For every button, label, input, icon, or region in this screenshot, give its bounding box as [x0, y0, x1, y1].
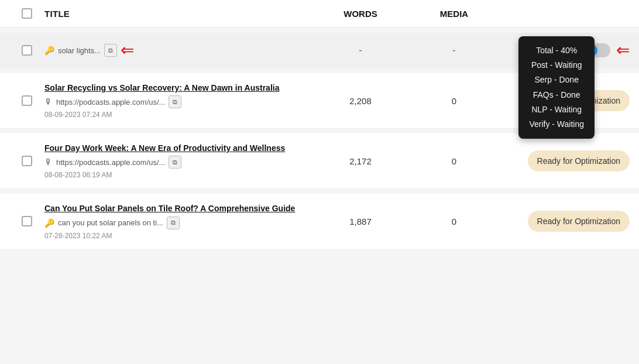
row1-slug: solar lights...	[58, 46, 101, 55]
row4-date: 07-28-2023 10:22 AM	[44, 232, 314, 240]
row3-meta: 🎙 https://podcasts.apple.com/us/... ⧉	[44, 156, 314, 169]
tooltip-line-4: NLP - Waiting	[529, 102, 584, 117]
row3-words: 2,172	[314, 156, 407, 166]
row4-ready-button[interactable]: Ready for Optimization	[528, 211, 630, 232]
row1-words: -	[314, 45, 407, 56]
tooltip-line-3: FAQs - Done	[529, 88, 584, 102]
select-all-checkbox[interactable]	[22, 8, 32, 19]
row4-slug: can you put solar panels on ti...	[58, 218, 163, 227]
row4-words: 1,887	[314, 217, 407, 226]
row2-date: 08-09-2023 07:24 AM	[44, 111, 314, 119]
row3-media: 0	[407, 156, 501, 166]
row3-url: https://podcasts.apple.com/us/...	[56, 158, 165, 167]
row3-ready-button[interactable]: Ready for Optimization	[528, 150, 630, 171]
row4-checkbox[interactable]	[22, 216, 32, 226]
row1-checkbox-cell	[9, 45, 44, 56]
content-table: TITLE WORDS MEDIA 🔑 solar lights... ⧉ ⇐ …	[0, 0, 639, 250]
row4-checkbox-cell	[9, 216, 44, 226]
key-icon: 🔑	[44, 46, 54, 55]
row3-date: 08-08-2023 06:19 AM	[44, 171, 314, 179]
row3-checkbox-cell	[9, 156, 44, 166]
media-column-header: MEDIA	[407, 9, 501, 19]
row2-words: 2,208	[314, 96, 407, 106]
row1-meta: 🔑 solar lights... ⧉ ⇐	[44, 42, 314, 59]
podcast-icon: 🎙	[44, 157, 53, 167]
row1-status-cell: Total - 40% Post - Waiting Serp - Done F…	[501, 42, 630, 59]
tooltip-line-2: Serp - Done	[529, 73, 584, 87]
row4-meta: 🔑 can you put solar panels on ti... ⧉	[44, 217, 314, 229]
row4-title-link[interactable]: Can You Put Solar Panels on Tile Roof? A…	[44, 203, 314, 214]
row2-media: 0	[407, 96, 501, 106]
row4-media: 0	[407, 217, 501, 226]
row2-url: https://podcasts.apple.com/us/...	[56, 98, 165, 107]
row4-title-cell: Can You Put Solar Panels on Tile Roof? A…	[44, 203, 314, 239]
row3-checkbox[interactable]	[22, 156, 32, 166]
table-row: Four Day Work Week: A New Era of Product…	[0, 133, 639, 189]
row2-title-cell: Solar Recycling vs Solar Recovery: A New…	[44, 83, 314, 119]
row2-copy-button[interactable]: ⧉	[169, 95, 181, 108]
title-column-header: TITLE	[44, 9, 314, 19]
row2-meta: 🎙 https://podcasts.apple.com/us/... ⧉	[44, 95, 314, 108]
row-separator-0	[0, 28, 639, 33]
table-header: TITLE WORDS MEDIA	[0, 0, 639, 28]
row4-copy-button[interactable]: ⧉	[167, 217, 180, 229]
table-row: Can You Put Solar Panels on Tile Roof? A…	[0, 194, 639, 249]
podcast-icon: 🎙	[44, 97, 53, 107]
tooltip-line-5: Verify - Waiting	[529, 117, 584, 132]
row2-title-link[interactable]: Solar Recycling vs Solar Recovery: A New…	[44, 83, 314, 93]
status-tooltip: Total - 40% Post - Waiting Serp - Done F…	[518, 36, 595, 139]
header-checkbox-cell	[9, 8, 44, 19]
row1-copy-button[interactable]: ⧉	[104, 44, 117, 57]
tooltip-line-1: Post - Waiting	[529, 58, 584, 73]
row1-checkbox[interactable]	[22, 45, 32, 56]
row3-title-cell: Four Day Work Week: A New Era of Product…	[44, 143, 314, 179]
key-icon: 🔑	[44, 218, 54, 228]
row3-copy-button[interactable]: ⧉	[169, 156, 181, 169]
row2-checkbox-cell	[9, 95, 44, 106]
row-separator-3	[0, 189, 639, 194]
row3-status-cell: Ready for Optimization	[501, 150, 630, 171]
tooltip-line-0: Total - 40%	[529, 43, 584, 58]
red-arrow-status: ⇐	[616, 42, 630, 59]
row1-title-cell: 🔑 solar lights... ⧉ ⇐	[44, 42, 314, 59]
row3-title-link[interactable]: Four Day Work Week: A New Era of Product…	[44, 143, 314, 153]
red-arrow-title: ⇐	[121, 42, 134, 59]
row2-checkbox[interactable]	[22, 95, 32, 106]
table-row: 🔑 solar lights... ⧉ ⇐ - - Total - 40% Po…	[0, 33, 639, 68]
row1-media: -	[407, 45, 501, 56]
row4-status-cell: Ready for Optimization	[501, 211, 630, 232]
words-column-header: WORDS	[314, 9, 407, 19]
